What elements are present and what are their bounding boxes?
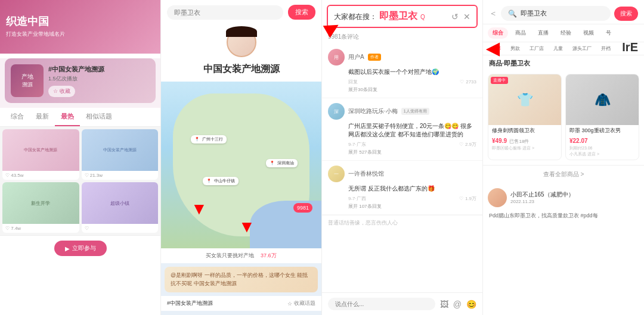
panel4-ecommerce: ▶ ＜ 🔍 即墨卫衣 搜索 综合 商品 直播 经验 视频 号 全部 男款 工厂店… [483,0,644,315]
comment-text-2: 无所谓 反正我什么都选广东的🎁 [348,185,476,193]
filter-tab-goods[interactable]: 商品 [510,27,531,39]
comment-name-1: 深圳吃路玩乐·小梅 [348,107,398,116]
product-thumb-1: 🧥 [595,92,611,108]
filter-tabs-row2: 全部 男款 工厂店 儿童 源头工厂 开裆 [483,42,644,55]
tab-latest[interactable]: 最新 [30,108,55,126]
filter-tab-video[interactable]: 视频 [578,27,599,39]
search-button[interactable]: 搜索 [288,5,315,20]
filter2-source[interactable]: 源头工厂 [569,44,595,53]
red-arrow-1: ▼ [191,199,208,219]
map-pin-guangzhou[interactable]: 广州十三行 [191,135,227,144]
section-title: 商品·即墨卫衣 [483,55,644,71]
back-button[interactable]: ＜ [489,8,497,19]
product-thumb-0: 👕 [517,92,533,108]
filter-tab-live[interactable]: 直播 [533,27,553,39]
filter2-factory[interactable]: 工厂店 [526,44,547,53]
filter2-other[interactable]: 开裆 [597,44,614,53]
filter2-mens[interactable]: 男款 [507,44,524,53]
panel2-search-bar: 搜索 [161,0,321,24]
comment-avatar-1: 深 [328,103,345,120]
grid-item-footer: ♡ [82,224,159,233]
tab-comprehensive[interactable]: 综合 [5,108,30,126]
video-icon: ▶ [65,245,70,252]
expand-replies-1[interactable]: 展开 527条回复 [348,149,476,155]
grid-item-likes: ♡ 43.5w [5,173,24,178]
product-img-0: 直播中 👕 [488,74,561,125]
ire-overlay-text: IrE [622,40,638,54]
grid-item-img: 中国女装产地溯源 [2,129,79,171]
product-info-1: 即墨 300g重磅卫衣男 ¥22.07 到期付23.06 小凡系选 进店 > [566,125,639,160]
bottom-post-text: Pdd腮山东即墨卫衣，找高质量款卫衣 #pdd每 [483,212,644,223]
expand-replies-0[interactable]: 展开30条回复 [348,86,476,93]
close-icon[interactable]: ✕ [463,12,470,21]
search-term-display: 即墨卫衣 [521,9,547,18]
user-name: 小田不止165（减肥中） [510,191,639,199]
product-price-row-0: ¥49.9 已售18件 [492,135,558,145]
grid-item-img: 超级小镇 [82,182,159,224]
panel2-title-area: 中国女装产地溯源 [161,57,321,82]
product-store-1: 小凡系选 进店 > [569,151,635,157]
view-all-button[interactable]: 查看全部商品 > [483,165,644,183]
star-icon: ☆ [287,301,292,307]
product-price-1: ¥22.07 [569,138,588,144]
product-name-0: 修身刺绣圆领卫衣 [492,127,558,135]
filter-tabs-row1: 综合 商品 直播 经验 视频 号 [483,24,644,42]
grid-item[interactable]: 中国女装产地溯源 ♡ 43.5w [2,129,79,180]
emoji-icon[interactable]: 😊 [466,300,476,309]
panel2-map-app: 搜索 中国女装产地溯源 广州十三行 深圳南油 中山牛仔镇 ▼ ▼ 9981 买女… [161,0,322,315]
image-icon[interactable]: 🖼 [440,300,448,309]
comment-input[interactable] [328,298,435,310]
panel4-header: ＜ 🔍 即墨卫衣 搜索 [483,0,644,24]
participate-button[interactable]: ▶ 立即参与 [54,241,107,256]
map-pin-shenzhen[interactable]: 深圳南油 [266,159,298,167]
comment-footer-0: 回复 ♡ 2733 [348,79,476,85]
comment-name: 用户A [348,53,364,61]
comment-avatar-2: 一 [328,166,345,182]
search-input[interactable] [167,5,283,20]
grid-item-img: 中国女装产地溯源 [82,129,159,171]
panel4-search-button[interactable]: 搜索 [614,7,638,21]
refresh-icon[interactable]: ↺ [451,12,459,21]
user-initial: 用 [334,54,339,61]
product-card-0[interactable]: 直播中 👕 修身刺绣圆领卫衣 ¥49.9 已售18件 即墨区暖心服饰 进店 > [488,74,562,160]
grid-item-footer: ♡ 43.5w [2,171,79,180]
comment-item-2: 一 一许香林悦馆 无所谓 反正我什么都选广东的🎁 9-7·广西 ♡ 1.9万 展… [322,161,482,215]
collect-tag[interactable]: ☆ 收藏话题 [287,300,315,307]
stats-count: 37.6万 [261,252,277,258]
grid-item-likes: ♡ [85,226,89,231]
filter2-children[interactable]: 儿童 [550,44,566,53]
panel1-content: 产地 溯源 #中国女装产地溯源 1.5亿次播放 ☆ 收藏 综合 最新 最热 相似… [0,58,160,235]
filter-tab-experience[interactable]: 经验 [556,27,576,39]
comment-name-2: 一许香林悦馆 [348,170,384,178]
comment-reply-0[interactable]: 回复 [348,79,358,85]
at-icon[interactable]: @ [453,300,462,309]
comment-footer-2: 9-7·广西 ♡ 1.9万 [348,195,476,202]
filter-tab-number[interactable]: 号 [601,27,616,39]
user-date: 2022.11.23 [510,199,639,204]
tabs-row: 综合 最新 最热 相似话题 [0,108,160,127]
comment-count-badge: 9981 [293,203,312,213]
expand-replies-2[interactable]: 展开 107条回复 [348,203,476,210]
product-card-1[interactable]: 🧥 即墨 300g重磅卫衣男 ¥22.07 到期付23.06 小凡系选 进店 > [565,74,639,160]
filter-tab-comprehensive[interactable]: 综合 [488,27,508,39]
hashtag-views: 1.5亿次播放 [48,75,150,83]
product-discount-1: 到期付23.06 [569,145,635,151]
hashtag-collect-btn[interactable]: ☆ 收藏 [48,86,75,97]
panel2-caption: 买女装只要挑对产地 37.6万 [161,248,321,263]
tab-hot[interactable]: 最热 [55,108,80,126]
panel3-search-area[interactable]: 大家都在搜： 即墨卫衣 Q ↺ ✕ [327,5,478,28]
map-pin-zhongshan[interactable]: 中山牛仔镇 [203,177,239,185]
grid-item[interactable]: 中国女装产地溯源 ♡ 21.3w [82,129,159,180]
panel1-header: 织造中国 打造女装产业带地域名片 [0,0,160,54]
hashtag-card[interactable]: 产地 溯源 #中国女装产地溯源 1.5亿次播放 ☆ 收藏 [5,58,156,103]
grid-item[interactable]: 超级小镇 ♡ [82,182,159,233]
live-badge-0: 直播中 [491,77,508,84]
user-initial-2: 一 [334,171,339,177]
grid-item[interactable]: 新生开学 ♡ 7.4w [2,182,79,233]
logo-subtitle: 打造女装产业带地域名片 [6,30,65,38]
helpful-badge: 1人觉得有用 [401,108,429,115]
comment-time-2: 9-7·广西 [348,195,366,202]
product-info-0: 修身刺绣圆领卫衣 ¥49.9 已售18件 即墨区暖心服饰 进店 > [488,125,561,154]
panel2-bottom-text: @是刚剧啊呀 一样的品质，一半的价格，这哪个女生 能抵抗不买呢 中国女装产地溯源 [165,267,318,292]
tab-similar[interactable]: 相似话题 [80,108,118,126]
